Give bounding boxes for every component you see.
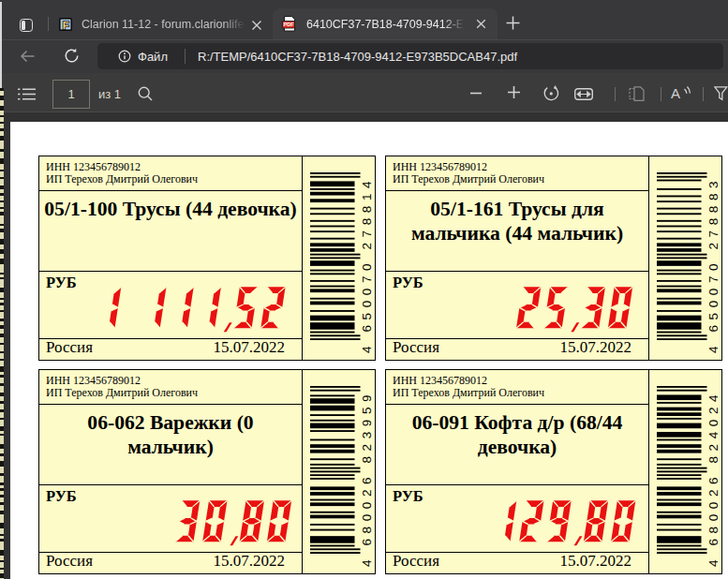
svg-text:4 680026 824024: 4 680026 824024 <box>706 390 721 567</box>
svg-text:F: F <box>63 20 69 31</box>
svg-text:4 650070 278883: 4 650070 278883 <box>706 176 721 353</box>
svg-text:PDF: PDF <box>283 22 294 27</box>
svg-text:A: A <box>671 85 680 101</box>
svg-text:4 650070 278814: 4 650070 278814 <box>360 176 374 353</box>
svg-text:4 680026 823959: 4 680026 823959 <box>360 390 374 567</box>
